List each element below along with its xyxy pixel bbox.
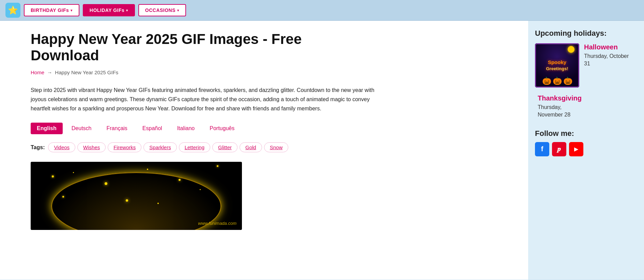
breadcrumb-home-link[interactable]: Home [31,69,44,75]
tag-gold[interactable]: Gold [240,142,262,152]
pumpkin-icon: 🎃 [542,77,551,85]
lang-italiano[interactable]: Italiano [171,123,201,134]
page-description: Step into 2025 with vibrant Happy New Ye… [31,85,378,113]
halloween-info: Halloween Thursday, October 31 [584,43,629,68]
lang-deutsch[interactable]: Deutsch [65,123,98,134]
tag-videos[interactable]: Videos [48,142,75,152]
halloween-date: Thursday, October 31 [584,52,629,68]
tag-sparklers[interactable]: Sparklers [143,142,177,152]
pumpkins-row: 🎃 🎃 🎃 [542,77,572,85]
follow-section: Follow me: f 𝒑 ▶ [535,129,637,156]
tag-lettering[interactable]: Lettering [179,142,210,152]
star-decoration [217,165,218,167]
lang-espanol[interactable]: Español [136,123,168,134]
site-logo[interactable]: ⭐ [5,3,20,18]
breadcrumb-separator: → [47,69,52,75]
tag-snow[interactable]: Snow [264,142,289,152]
gif-preview: www.funimada.com [31,162,242,230]
chevron-down-icon: ▾ [71,9,73,12]
main-content: Happy New Year 2025 GIF Images - Free Do… [0,21,528,280]
follow-title: Follow me: [535,129,637,138]
breadcrumb-current: Happy New Year 2025 GIFs [55,69,118,75]
moon-decoration [568,46,574,53]
breadcrumb: Home → Happy New Year 2025 GIFs [31,69,515,75]
halloween-link[interactable]: Halloween [584,43,618,51]
star-decoration [73,172,74,173]
tags-label: Tags: [31,144,45,151]
thanksgiving-link[interactable]: Thanksgiving [538,94,582,102]
halloween-image: SpookyGreetings! 🎃 🎃 🎃 [535,43,579,88]
facebook-icon[interactable]: f [535,142,549,156]
holiday-item-halloween: SpookyGreetings! 🎃 🎃 🎃 Halloween Thursda… [535,43,637,88]
tag-wishes[interactable]: Wishes [77,142,106,152]
occasions-button[interactable]: OCCASIONS ▾ [138,4,186,16]
tags-row: Tags: Videos Wishes Fireworks Sparklers … [31,142,515,152]
tag-fireworks[interactable]: Fireworks [108,142,141,152]
youtube-icon[interactable]: ▶ [569,142,583,156]
social-icons: f 𝒑 ▶ [535,142,637,156]
holiday-gifs-button[interactable]: HOLIDAY GIFs ▾ [83,4,135,16]
gif-watermark: www.funimada.com [198,221,236,226]
main-layout: Happy New Year 2025 GIF Images - Free Do… [0,21,644,280]
lang-portugues[interactable]: Português [203,123,241,134]
tag-glitter[interactable]: Glitter [212,142,237,152]
pumpkin-icon: 🎃 [553,77,562,85]
gold-ring-decoration [51,172,221,230]
pumpkin-icon: 🎃 [563,77,572,85]
holiday-item-thanksgiving: Thanksgiving Thursday, November 28 [535,94,637,119]
language-selector: English Deutsch Français Español Italian… [31,123,515,134]
upcoming-holidays-title: Upcoming holidays: [535,29,637,38]
birthday-gifs-button[interactable]: BIRTHDAY GIFs ▾ [24,4,79,16]
chevron-down-icon: ▾ [177,9,179,12]
lang-english[interactable]: English [31,123,63,134]
chevron-down-icon: ▾ [126,9,128,12]
sidebar: Upcoming holidays: SpookyGreetings! 🎃 🎃 … [528,21,644,280]
lang-francais[interactable]: Français [100,123,133,134]
halloween-text: SpookyGreetings! [546,59,568,72]
thanksgiving-date: Thursday, November 28 [538,104,637,119]
gif-preview-inner: www.funimada.com [31,162,242,230]
pinterest-icon[interactable]: 𝒑 [552,142,566,156]
star-decoration [147,169,148,170]
page-title: Happy New Year 2025 GIF Images - Free Do… [31,31,515,64]
halloween-thumbnail[interactable]: SpookyGreetings! 🎃 🎃 🎃 [535,43,579,88]
star-decoration [52,175,54,177]
navbar: ⭐ BIRTHDAY GIFs ▾ HOLIDAY GIFs ▾ OCCASIO… [0,0,644,21]
